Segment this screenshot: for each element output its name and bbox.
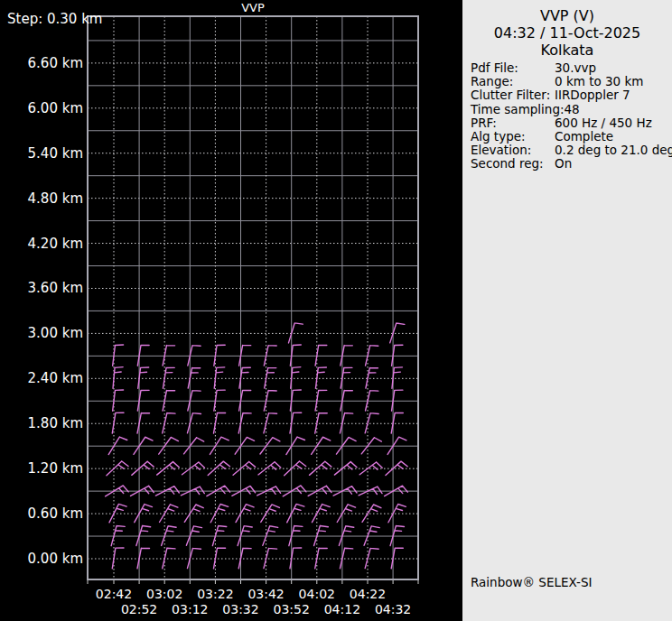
- info-field-value: 30.vvp: [555, 60, 596, 75]
- info-panel: VVP (V) 04:32 / 11-Oct-2025 Kolkata Pdf …: [462, 0, 672, 621]
- info-field-label: Elevation:: [471, 144, 555, 157]
- info-field-value: 600 Hz / 450 Hz: [555, 116, 652, 130]
- x-axis: 02:4202:5203:0203:1203:2203:3203:4203:52…: [0, 0, 462, 621]
- panel-datetime: 04:32 / 11-Oct-2025: [462, 24, 672, 42]
- x-axis-label: 04:02: [292, 588, 342, 601]
- info-field-row: Clutter Filter:IIRDoppler 7: [471, 88, 669, 102]
- panel-header: VVP (V) 04:32 / 11-Oct-2025 Kolkata: [462, 7, 672, 59]
- info-field-label: Pdf File:: [471, 61, 555, 75]
- x-axis-label: 03:32: [216, 603, 266, 616]
- info-field-label: Second reg:: [471, 157, 555, 171]
- panel-fields: Pdf File:30.vvpRange:0 km to 30 kmClutte…: [471, 61, 669, 171]
- info-field-row: Range:0 km to 30 km: [471, 75, 669, 88]
- plot-region: Step: 0.30 km VVP 6.60 km6.00 km5.40 km4…: [0, 0, 462, 621]
- info-field-value: 0.2 deg to 21.0 deg: [555, 143, 672, 157]
- brand-label: Rainbow® SELEX-SI: [471, 575, 592, 589]
- info-field-row: Second reg:On: [471, 157, 669, 171]
- info-field-value: IIRDoppler 7: [555, 88, 630, 102]
- info-field-value: 0 km to 30 km: [555, 74, 643, 88]
- vvp-screen: Step: 0.30 km VVP 6.60 km6.00 km5.40 km4…: [0, 0, 672, 621]
- info-field-label: Range:: [471, 75, 555, 88]
- info-field-label: Time sampling:: [471, 103, 565, 116]
- x-axis-label: 02:52: [114, 603, 164, 616]
- x-axis-label: 03:52: [266, 603, 317, 616]
- info-field-label: Clutter Filter:: [471, 88, 555, 102]
- info-field-row: Elevation:0.2 deg to 21.0 deg: [471, 144, 669, 157]
- panel-site: Kolkata: [462, 42, 672, 59]
- x-axis-label: 04:22: [342, 588, 393, 601]
- info-field-row: Pdf File:30.vvp: [471, 61, 669, 75]
- x-axis-label: 03:02: [139, 588, 190, 601]
- info-field-value: On: [555, 156, 572, 171]
- info-field-label: Alg type:: [471, 130, 555, 144]
- info-field-row: Time sampling:48: [471, 103, 669, 116]
- info-field-value: 48: [565, 102, 580, 116]
- panel-title: VVP (V): [462, 7, 672, 24]
- info-field-label: PRF:: [471, 116, 555, 130]
- x-axis-label: 03:42: [241, 588, 292, 601]
- info-field-row: Alg type:Complete: [471, 130, 669, 144]
- x-axis-label: 02:42: [89, 588, 139, 601]
- x-axis-label: 03:22: [190, 588, 240, 601]
- info-field-value: Complete: [555, 129, 613, 144]
- x-axis-label: 03:12: [164, 603, 215, 616]
- x-axis-label: 04:32: [368, 603, 418, 616]
- info-field-row: PRF:600 Hz / 450 Hz: [471, 116, 669, 130]
- x-axis-label: 04:12: [317, 603, 368, 616]
